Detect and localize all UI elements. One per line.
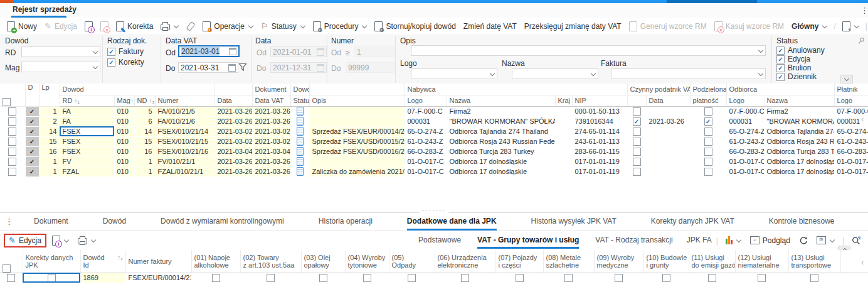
cell-data-vat[interactable]: 2021-03-26 [252, 166, 290, 177]
gtu-11-checkbox[interactable] [708, 274, 716, 282]
cell-gtu-10[interactable] [643, 273, 689, 283]
cell-select[interactable] [0, 116, 25, 126]
cell-lp[interactable]: 2 [39, 116, 60, 126]
col-header-odbiorca-nazwa[interactable]: Nazwa [764, 95, 834, 106]
col-header-nip[interactable]: NIP [572, 95, 627, 106]
cell-platnik-logo[interactable]: 61-O-243-Z [834, 136, 868, 146]
gtu-13-checkbox[interactable] [810, 274, 818, 282]
tab-dodatkowe-dane-jpk[interactable]: Dodatkowe dane dla JPK [407, 212, 497, 231]
col-header-gtu-08[interactable]: (08) Metaleszlachetne [543, 250, 594, 273]
bottom-tabs-menu-icon[interactable]: ⋮ [5, 217, 13, 226]
opis-filter-field[interactable] [411, 45, 766, 56]
cell-status[interactable] [290, 126, 309, 136]
korekta-button[interactable]: ✎Korekta [113, 20, 156, 33]
cell-gtu-03[interactable] [301, 273, 345, 283]
faktury-checkbox[interactable]: ✓ [107, 48, 115, 56]
gtu-12-checkbox[interactable] [758, 274, 766, 282]
cell-data[interactable]: 2021-03-04 [214, 146, 252, 156]
cell-platnik-logo[interactable]: 01-O-017-C [834, 156, 868, 166]
mag-filter-field[interactable] [21, 62, 100, 72]
cell-korekty-jpk-focused[interactable] [23, 273, 80, 283]
cell-nabywca-nazwa[interactable]: Odbiorca Tajlandia 274 Thailand [447, 126, 555, 136]
cell-data[interactable]: 2021-03-02 [214, 126, 252, 136]
cell-rd[interactable]: FA [60, 116, 114, 126]
logo-filter-field[interactable] [411, 68, 497, 79]
cell-odbiorca-logo[interactable]: 07-F-000-C [726, 106, 764, 116]
gtu-05-checkbox[interactable] [408, 274, 416, 282]
col-header-data-vat[interactable]: Data VAT [252, 95, 290, 106]
table-row[interactable]: ✓ 1 FA 010 5 FA/010/21/5 2021-03-26 2021… [0, 106, 868, 116]
cell-nabywca-nazwa[interactable]: Odbiorca Rosja 243 Russian Federation [447, 136, 555, 146]
numer-od-field[interactable]: 1 [354, 46, 394, 57]
pin-icon[interactable] [857, 36, 865, 45]
cell-cpv-data[interactable] [646, 136, 690, 146]
cell-mag[interactable]: 010 [114, 146, 134, 156]
cell-kraj[interactable] [555, 126, 572, 136]
cell-numer-faktury[interactable]: FSEX/EUR/00014/21 [125, 273, 191, 283]
cell-data-vat[interactable]: 2021-03-26 [252, 106, 290, 116]
cell-lp[interactable]: 14 [39, 126, 60, 136]
col-header-gtu-04[interactable]: (04) Wyrobytytoniowe [345, 250, 389, 273]
col-header-cpv-check[interactable] [627, 95, 646, 106]
cell-odbiorca-logo[interactable]: 000031 [726, 116, 764, 126]
cell-odbiorca-nazwa[interactable]: "BROWAR KORMORAN" S [764, 116, 834, 126]
cell-d[interactable]: ✓ [25, 156, 39, 166]
col-header-lp[interactable]: Lp [39, 84, 60, 106]
col-header-gtu-06[interactable]: (06) Urządzeniaelektroniczne [435, 250, 495, 273]
jpk-info-button[interactable]: i [49, 234, 72, 247]
cell-mag[interactable]: 010 [114, 126, 134, 136]
col-header-korekty-jpk[interactable]: Korekty danychJPK [23, 250, 80, 273]
tab-dowod[interactable]: Dowód [103, 212, 126, 231]
cell-nabywca-nazwa[interactable]: Odbiorca 17 dolnośląskie [447, 156, 555, 166]
cell-status[interactable] [290, 156, 309, 166]
cpv-checkbox[interactable] [633, 128, 641, 136]
cell-nd[interactable]: 14 [134, 126, 155, 136]
cell-nabywca-logo[interactable]: 65-O-274-Z [405, 126, 447, 136]
dziennik-checkbox-row[interactable]: ✓Dziennik [776, 72, 817, 81]
cell-select[interactable] [0, 136, 25, 146]
subtab-jpk-fa[interactable]: JPK FA [687, 232, 712, 249]
cell-mag[interactable]: 010 [114, 156, 134, 166]
cell-rd-focused[interactable]: FSEX [60, 126, 114, 136]
cell-odbiorca-nazwa[interactable]: Odbiorca Rosja 243 Russ [764, 136, 834, 146]
cell-platnik-logo[interactable]: 01-O-017-C [834, 166, 868, 177]
cell-nabywca-logo[interactable]: 66-O-283-Z [405, 146, 447, 156]
cell-opis[interactable]: Sprzedaż FSEX/USD/00015/21 [309, 136, 405, 146]
col-header-dowod-id[interactable]: Dowód ↑₁Id [80, 250, 125, 273]
cell-gtu-08[interactable] [543, 273, 594, 283]
cell-nip[interactable]: 000-01-50-113 [572, 106, 627, 116]
dziennik-checkbox[interactable]: ✓ [776, 73, 785, 81]
jpk-refresh-button[interactable] [796, 235, 811, 246]
cell-cpv-data[interactable]: 2021-03-26 [646, 116, 690, 126]
tab-historia-operacji[interactable]: Historia operacji [319, 212, 373, 231]
cell-nabywca-logo[interactable]: 000031 [405, 116, 447, 126]
col-header-gtu-11[interactable]: (11) Usługido emisji gazów [689, 250, 735, 273]
col-header-gtu-13[interactable]: (13) Usługitransportowe [788, 250, 840, 273]
edit-button[interactable]: ✎Edycja [41, 21, 80, 32]
jpk-select-all-header[interactable] [0, 250, 23, 273]
cell-nip[interactable]: 274-65-01-114 [572, 126, 627, 136]
cell-nip[interactable]: 243-61-01-113 [572, 136, 627, 146]
pp-checkbox[interactable] [704, 107, 712, 116]
table-row[interactable]: ✓ 1 FZAL 010 1 FZAL/010/21/1 2021-03-26 … [0, 166, 868, 177]
change-vat-date-button[interactable]: Zmień datę VAT [460, 21, 520, 32]
cell-nabywca-nazwa[interactable]: Firma2 [447, 106, 555, 116]
cell-mag[interactable]: 010 [114, 116, 134, 126]
cell-pp[interactable] [690, 146, 726, 156]
cpv-checkbox[interactable] [633, 148, 641, 156]
tab-dowod-z-wymiarami[interactable]: Dowód z wymiarami kontrolingowymi [161, 212, 284, 231]
row-select-checkbox[interactable] [8, 148, 16, 156]
cell-data[interactable]: 2021-03-26 [214, 106, 252, 116]
nazwa-filter-field[interactable] [512, 68, 598, 79]
cpv-checkbox[interactable] [633, 107, 641, 116]
gtu-07-checkbox[interactable] [516, 274, 524, 282]
cell-nip[interactable]: 7391016344 [572, 116, 627, 126]
delete-rm-templates-button[interactable]: xKasuj wzorce RM [711, 20, 787, 33]
filter-collapse-button[interactable] [840, 75, 853, 84]
cell-cpv[interactable] [627, 136, 646, 146]
jpk-grid-scroll-left-icon[interactable]: ‹ [861, 258, 864, 267]
cell-kraj[interactable] [555, 136, 572, 146]
cell-nabywca-logo[interactable]: 01-O-017-C [405, 166, 447, 177]
cell-opis[interactable]: Zaliczka do zamówienia 2021/Z [309, 166, 405, 177]
cell-kraj[interactable] [555, 106, 572, 116]
